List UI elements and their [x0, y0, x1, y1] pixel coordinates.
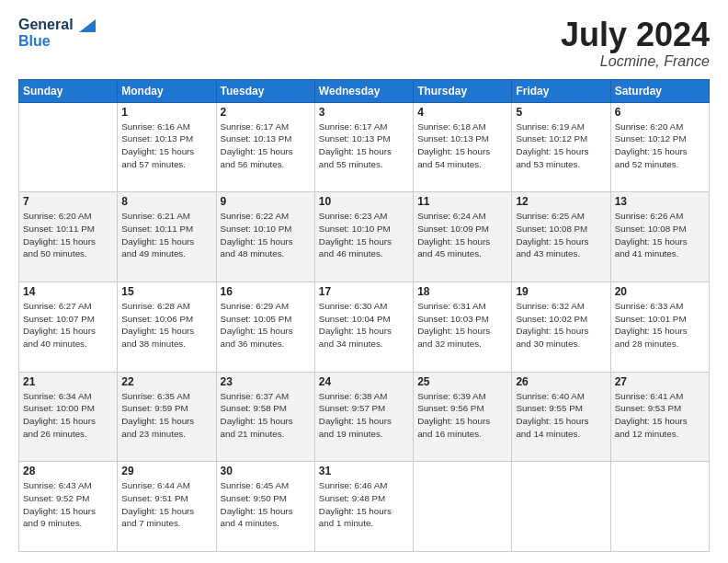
table-row: 21Sunrise: 6:34 AM Sunset: 10:00 PM Dayl…	[19, 372, 118, 462]
day-info: Sunrise: 6:44 AM Sunset: 9:51 PM Dayligh…	[121, 479, 211, 530]
day-info: Sunrise: 6:23 AM Sunset: 10:10 PM Daylig…	[319, 210, 409, 260]
day-info: Sunrise: 6:32 AM Sunset: 10:02 PM Daylig…	[516, 300, 606, 350]
table-row: 14Sunrise: 6:27 AM Sunset: 10:07 PM Dayl…	[19, 282, 118, 372]
day-info: Sunrise: 6:41 AM Sunset: 9:53 PM Dayligh…	[615, 390, 705, 441]
day-number: 6	[615, 106, 705, 119]
table-row	[414, 462, 512, 552]
day-info: Sunrise: 6:27 AM Sunset: 10:07 PM Daylig…	[23, 300, 113, 350]
day-info: Sunrise: 6:46 AM Sunset: 9:48 PM Dayligh…	[319, 479, 409, 530]
day-info: Sunrise: 6:37 AM Sunset: 9:58 PM Dayligh…	[221, 390, 311, 441]
calendar-row: 1Sunrise: 6:16 AM Sunset: 10:13 PM Dayli…	[19, 102, 710, 192]
col-sunday: Sunday	[19, 79, 118, 102]
table-row: 6Sunrise: 6:20 AM Sunset: 10:12 PM Dayli…	[610, 102, 709, 192]
table-row: 18Sunrise: 6:31 AM Sunset: 10:03 PM Dayl…	[414, 282, 512, 372]
day-number: 3	[319, 106, 409, 119]
table-row: 9Sunrise: 6:22 AM Sunset: 10:10 PM Dayli…	[216, 192, 314, 282]
table-row: 20Sunrise: 6:33 AM Sunset: 10:01 PM Dayl…	[610, 282, 709, 372]
day-number: 29	[121, 465, 211, 477]
col-friday: Friday	[512, 79, 610, 102]
col-wednesday: Wednesday	[314, 79, 413, 102]
day-info: Sunrise: 6:20 AM Sunset: 10:11 PM Daylig…	[23, 210, 113, 260]
day-info: Sunrise: 6:45 AM Sunset: 9:50 PM Dayligh…	[221, 479, 311, 530]
location-title: Locmine, France	[561, 53, 710, 70]
table-row: 17Sunrise: 6:30 AM Sunset: 10:04 PM Dayl…	[314, 282, 413, 372]
table-row: 22Sunrise: 6:35 AM Sunset: 9:59 PM Dayli…	[118, 372, 216, 462]
table-row: 25Sunrise: 6:39 AM Sunset: 9:56 PM Dayli…	[414, 372, 512, 462]
day-info: Sunrise: 6:33 AM Sunset: 10:01 PM Daylig…	[615, 300, 705, 350]
day-number: 21	[23, 375, 113, 388]
table-row: 29Sunrise: 6:44 AM Sunset: 9:51 PM Dayli…	[118, 462, 216, 552]
page: General Blue July 2024 Locmine, France S…	[0, 0, 728, 563]
title-block: July 2024 Locmine, France	[561, 17, 710, 70]
day-number: 25	[417, 375, 507, 388]
day-info: Sunrise: 6:31 AM Sunset: 10:03 PM Daylig…	[417, 300, 507, 350]
calendar-table: Sunday Monday Tuesday Wednesday Thursday…	[18, 79, 710, 552]
day-info: Sunrise: 6:29 AM Sunset: 10:05 PM Daylig…	[221, 300, 311, 350]
table-row: 2Sunrise: 6:17 AM Sunset: 10:13 PM Dayli…	[216, 102, 314, 192]
day-number: 5	[516, 106, 606, 119]
table-row: 30Sunrise: 6:45 AM Sunset: 9:50 PM Dayli…	[216, 462, 314, 552]
table-row: 8Sunrise: 6:21 AM Sunset: 10:11 PM Dayli…	[118, 192, 216, 282]
day-info: Sunrise: 6:38 AM Sunset: 9:57 PM Dayligh…	[319, 390, 409, 441]
day-info: Sunrise: 6:35 AM Sunset: 9:59 PM Dayligh…	[121, 390, 211, 441]
table-row: 10Sunrise: 6:23 AM Sunset: 10:10 PM Dayl…	[314, 192, 413, 282]
day-number: 31	[319, 465, 409, 477]
day-number: 1	[121, 106, 211, 119]
logo: General Blue	[18, 17, 96, 51]
table-row: 26Sunrise: 6:40 AM Sunset: 9:55 PM Dayli…	[512, 372, 610, 462]
table-row	[19, 102, 118, 192]
table-row	[610, 462, 709, 552]
table-row: 31Sunrise: 6:46 AM Sunset: 9:48 PM Dayli…	[314, 462, 413, 552]
day-number: 26	[516, 375, 606, 388]
header-row: Sunday Monday Tuesday Wednesday Thursday…	[19, 79, 710, 102]
header: General Blue July 2024 Locmine, France	[18, 17, 710, 70]
day-number: 24	[319, 375, 409, 388]
day-number: 8	[121, 195, 211, 208]
day-number: 19	[516, 285, 606, 298]
table-row: 19Sunrise: 6:32 AM Sunset: 10:02 PM Dayl…	[512, 282, 610, 372]
day-number: 15	[121, 285, 211, 298]
day-info: Sunrise: 6:19 AM Sunset: 10:12 PM Daylig…	[516, 121, 606, 171]
calendar-row: 28Sunrise: 6:43 AM Sunset: 9:52 PM Dayli…	[19, 462, 710, 552]
day-info: Sunrise: 6:30 AM Sunset: 10:04 PM Daylig…	[319, 300, 409, 350]
day-number: 7	[23, 195, 113, 208]
day-number: 22	[121, 375, 211, 388]
table-row: 11Sunrise: 6:24 AM Sunset: 10:09 PM Dayl…	[414, 192, 512, 282]
svg-marker-0	[79, 19, 96, 32]
table-row: 15Sunrise: 6:28 AM Sunset: 10:06 PM Dayl…	[118, 282, 216, 372]
day-info: Sunrise: 6:16 AM Sunset: 10:13 PM Daylig…	[121, 121, 211, 171]
day-number: 13	[615, 195, 705, 208]
day-info: Sunrise: 6:17 AM Sunset: 10:13 PM Daylig…	[221, 121, 311, 171]
table-row: 13Sunrise: 6:26 AM Sunset: 10:08 PM Dayl…	[610, 192, 709, 282]
day-info: Sunrise: 6:34 AM Sunset: 10:00 PM Daylig…	[23, 390, 113, 441]
day-number: 18	[417, 285, 507, 298]
table-row: 23Sunrise: 6:37 AM Sunset: 9:58 PM Dayli…	[216, 372, 314, 462]
table-row: 1Sunrise: 6:16 AM Sunset: 10:13 PM Dayli…	[118, 102, 216, 192]
col-thursday: Thursday	[414, 79, 512, 102]
day-number: 14	[23, 285, 113, 298]
col-saturday: Saturday	[610, 79, 709, 102]
table-row: 16Sunrise: 6:29 AM Sunset: 10:05 PM Dayl…	[216, 282, 314, 372]
day-info: Sunrise: 6:40 AM Sunset: 9:55 PM Dayligh…	[516, 390, 606, 441]
table-row: 4Sunrise: 6:18 AM Sunset: 10:13 PM Dayli…	[414, 102, 512, 192]
day-number: 28	[23, 465, 113, 477]
table-row: 5Sunrise: 6:19 AM Sunset: 10:12 PM Dayli…	[512, 102, 610, 192]
col-monday: Monday	[118, 79, 216, 102]
day-number: 23	[221, 375, 311, 388]
month-title: July 2024	[561, 17, 710, 53]
table-row: 24Sunrise: 6:38 AM Sunset: 9:57 PM Dayli…	[314, 372, 413, 462]
day-info: Sunrise: 6:26 AM Sunset: 10:08 PM Daylig…	[615, 210, 705, 260]
day-number: 12	[516, 195, 606, 208]
day-info: Sunrise: 6:24 AM Sunset: 10:09 PM Daylig…	[417, 210, 507, 260]
day-info: Sunrise: 6:20 AM Sunset: 10:12 PM Daylig…	[615, 121, 705, 171]
table-row: 27Sunrise: 6:41 AM Sunset: 9:53 PM Dayli…	[610, 372, 709, 462]
day-info: Sunrise: 6:22 AM Sunset: 10:10 PM Daylig…	[221, 210, 311, 260]
day-number: 2	[221, 106, 311, 119]
day-info: Sunrise: 6:28 AM Sunset: 10:06 PM Daylig…	[121, 300, 211, 350]
day-number: 30	[221, 465, 311, 477]
day-number: 17	[319, 285, 409, 298]
table-row: 3Sunrise: 6:17 AM Sunset: 10:13 PM Dayli…	[314, 102, 413, 192]
day-number: 16	[221, 285, 311, 298]
day-number: 4	[417, 106, 507, 119]
table-row: 12Sunrise: 6:25 AM Sunset: 10:08 PM Dayl…	[512, 192, 610, 282]
